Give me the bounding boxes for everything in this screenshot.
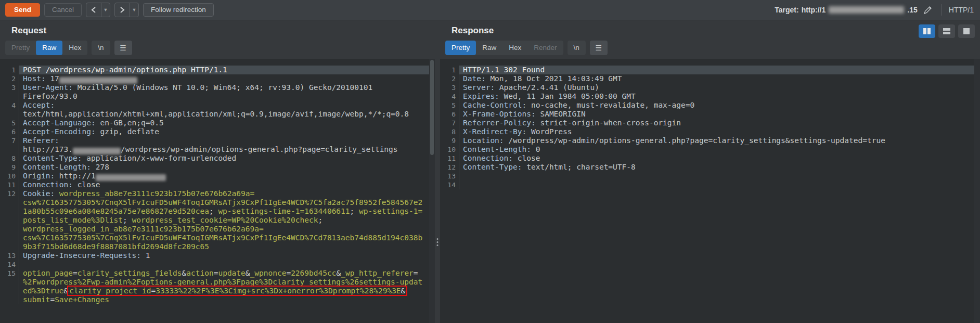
editor-line[interactable]: Server: Apache/2.4.41 (Ubuntu) bbox=[459, 83, 980, 92]
line-number bbox=[0, 287, 19, 295]
response-editor[interactable]: 1HTTP/1.1 302 Found2Date: Mon, 18 Oct 20… bbox=[440, 59, 980, 323]
request-editor-menu-button[interactable]: ☰ bbox=[114, 41, 132, 55]
code-token: /wordpress/wp-admin/options-general.php?… bbox=[504, 136, 885, 145]
editor-line[interactable]: Accept-Language: en-GB,en;q=0.5 bbox=[19, 119, 435, 127]
split-rows-button[interactable] bbox=[938, 24, 955, 38]
editor-line[interactable] bbox=[459, 172, 980, 180]
code-token: Cookie: bbox=[23, 189, 55, 198]
line-number bbox=[0, 110, 19, 119]
split-columns-button[interactable] bbox=[919, 24, 935, 38]
toolbar-separator bbox=[941, 4, 942, 16]
editor-line[interactable]: Content-Type: text/html; charset=UTF-8 bbox=[459, 163, 980, 172]
back-dropdown-arrow-icon[interactable]: ▼ bbox=[101, 3, 110, 17]
editor-line[interactable]: Firefox/93.0 bbox=[19, 92, 435, 101]
editor-line[interactable]: Referer: bbox=[19, 136, 435, 145]
code-token: text/html; charset=UTF-8 bbox=[522, 163, 636, 171]
tab-render[interactable]: Render bbox=[527, 41, 563, 55]
code-token: WordPress bbox=[526, 127, 572, 136]
editor-line[interactable]: csw%7C1635775305%7CnqX5lFvIcuFD5uWF4ToqI… bbox=[19, 198, 435, 207]
response-editor-menu-button[interactable]: ☰ bbox=[590, 41, 608, 55]
editor-line[interactable]: Cache-Control: no-cache, must-revalidate… bbox=[459, 101, 980, 110]
editor-line[interactable]: Connection: close bbox=[19, 180, 435, 189]
editor-line[interactable]: Upgrade-Insecure-Requests: 1 bbox=[19, 251, 435, 260]
tab-hex[interactable]: Hex bbox=[62, 41, 87, 55]
history-forward-button[interactable]: ▼ bbox=[114, 3, 139, 17]
editor-line[interactable]: X-Redirect-By: WordPress bbox=[459, 127, 980, 136]
tab-pretty[interactable]: Pretty bbox=[445, 41, 476, 55]
line-number: 13 bbox=[0, 251, 19, 260]
editor-line[interactable]: Content-Length: 278 bbox=[19, 163, 435, 172]
code-token: 2269bd45cc bbox=[291, 269, 336, 277]
request-editor[interactable]: 1POST /wordpress/wp-admin/options.php HT… bbox=[0, 59, 435, 323]
code-token: wordpress_ab8e7e3111c923b175b07e676b62a6… bbox=[55, 189, 254, 198]
editor-line[interactable]: User-Agent: Mozilla/5.0 (Windows NT 10.0… bbox=[19, 83, 435, 92]
divider-grip-icon[interactable] bbox=[437, 238, 439, 246]
editor-line[interactable]: Referrer-Policy: strict-origin-when-cros… bbox=[459, 119, 980, 127]
editor-line[interactable]: csw%7C1635775305%7CnqX5lFvIcuFD5uWF4ToqI… bbox=[19, 234, 435, 242]
request-newline-toggle[interactable]: \n bbox=[92, 41, 110, 55]
code-token: strict-origin-when-cross-origin bbox=[536, 119, 681, 127]
editor-line[interactable] bbox=[459, 180, 980, 189]
response-scrollbar[interactable] bbox=[974, 59, 980, 323]
request-scrollbar-thumb[interactable] bbox=[430, 60, 434, 155]
editor-line[interactable]: Expires: Wed, 11 Jan 1984 05:00:00 GMT bbox=[459, 92, 980, 101]
line-number: 6 bbox=[0, 127, 19, 136]
editor-line[interactable]: POST /wordpress/wp-admin/options.php HTT… bbox=[19, 66, 435, 74]
editor-row: 12Cookie: wordpress_ab8e7e3111c923b175b0… bbox=[0, 189, 435, 198]
editor-line[interactable]: Date: Mon, 18 Oct 2021 14:03:49 GMT bbox=[459, 74, 980, 83]
editor-line[interactable]: option_page=clarity_settings_fields&acti… bbox=[19, 269, 435, 278]
request-scrollbar[interactable] bbox=[429, 59, 435, 323]
split-columns-icon bbox=[923, 28, 931, 35]
response-panel: Response PrettyRawHexRender \n ☰ 1HTTP/1… bbox=[440, 20, 980, 323]
code-token: = bbox=[414, 269, 418, 277]
editor-line[interactable]: wordpress_logged_in_ab8e7e3111c923b175b0… bbox=[19, 225, 435, 234]
editor-line[interactable]: Host: 17 bbox=[19, 74, 435, 83]
editor-line[interactable]: ed%3Dtrue&clarity_project_id=33333%22%2F… bbox=[19, 287, 435, 295]
editor-row: csw%7C1635775305%7CnqX5lFvIcuFD5uWF4ToqI… bbox=[0, 234, 435, 242]
editor-line[interactable]: %2Fwordpress%2Fwp-admin%2Foptions-genera… bbox=[19, 278, 435, 287]
editor-line[interactable] bbox=[19, 260, 435, 269]
history-back-button[interactable]: ▼ bbox=[86, 3, 110, 17]
line-number: 11 bbox=[0, 180, 19, 189]
editor-row: 4Accept: bbox=[0, 101, 435, 110]
editor-row: 12Content-Type: text/html; charset=UTF-8 bbox=[440, 163, 980, 172]
http-version-selector[interactable]: HTTP/1 bbox=[949, 6, 974, 14]
editor-line[interactable]: 1a80b55c09e6a084e8245a75e7e86827e9d520ce… bbox=[19, 207, 435, 216]
editor-line[interactable]: posts_list_mode%3Dlist; wordpress_test_c… bbox=[19, 216, 435, 225]
editor-line[interactable]: 9b3f715bd6d68de9f8887081bfd2694d8fc209c6… bbox=[19, 242, 435, 251]
line-number bbox=[0, 278, 19, 287]
forward-dropdown-arrow-icon[interactable]: ▼ bbox=[130, 3, 138, 17]
panel-divider[interactable] bbox=[435, 20, 440, 323]
editor-line[interactable]: HTTP/1.1 302 Found bbox=[459, 66, 980, 74]
editor-line[interactable]: Origin: http://1 bbox=[19, 172, 435, 180]
editor-line[interactable]: submit=Save+Changes bbox=[19, 295, 435, 304]
editor-row: 6X-Frame-Options: SAMEORIGIN bbox=[440, 110, 980, 119]
editor-line[interactable]: Accept-Encoding: gzip, deflate bbox=[19, 127, 435, 136]
editor-line[interactable]: text/html,application/xhtml+xml,applicat… bbox=[19, 110, 435, 119]
line-number: 3 bbox=[0, 83, 19, 92]
editor-line[interactable]: Connection: close bbox=[459, 154, 980, 163]
hamburger-icon: ☰ bbox=[596, 44, 602, 52]
editor-row: 9b3f715bd6d68de9f8887081bfd2694d8fc209c6… bbox=[0, 242, 435, 251]
response-newline-toggle[interactable]: \n bbox=[568, 41, 586, 55]
editor-line[interactable]: Content-Length: 0 bbox=[459, 145, 980, 154]
editor-line[interactable]: Accept: bbox=[19, 101, 435, 110]
code-token: Connection: bbox=[463, 154, 513, 162]
edit-target-button[interactable] bbox=[922, 4, 934, 16]
editor-row: 9Content-Length: 278 bbox=[0, 163, 435, 172]
single-pane-button[interactable] bbox=[958, 24, 975, 38]
editor-line[interactable]: Cookie: wordpress_ab8e7e3111c923b175b07e… bbox=[19, 189, 435, 198]
send-button[interactable]: Send bbox=[5, 3, 40, 17]
tab-raw[interactable]: Raw bbox=[36, 41, 62, 55]
editor-line[interactable]: Content-Type: application/x-www-form-url… bbox=[19, 154, 435, 163]
editor-line[interactable]: http://173./wordpress/wp-admin/options-g… bbox=[19, 145, 435, 154]
tab-raw[interactable]: Raw bbox=[476, 41, 502, 55]
editor-line[interactable]: Location: /wordpress/wp-admin/options-ge… bbox=[459, 136, 980, 145]
editor-line[interactable]: X-Frame-Options: SAMEORIGIN bbox=[459, 110, 980, 119]
follow-redirection-button[interactable]: Follow redirection bbox=[143, 3, 214, 17]
tab-hex[interactable]: Hex bbox=[502, 41, 527, 55]
code-token: Content-Type: bbox=[23, 154, 82, 162]
cancel-button[interactable]: Cancel bbox=[44, 3, 82, 17]
chevron-right-icon bbox=[115, 3, 130, 17]
tab-pretty[interactable]: Pretty bbox=[5, 41, 36, 55]
